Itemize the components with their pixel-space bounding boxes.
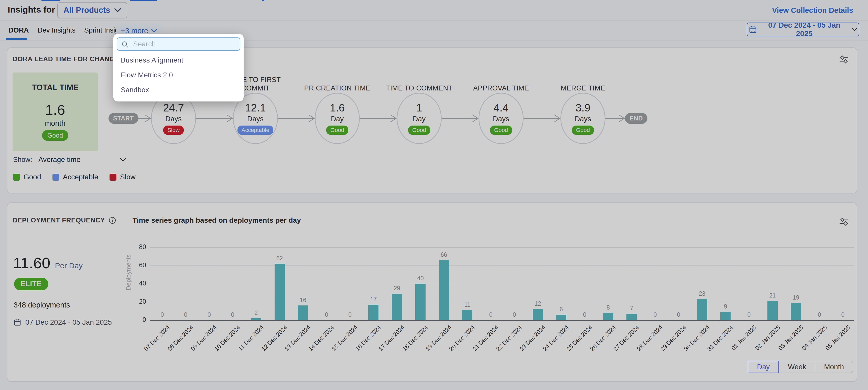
status-legend: Good Acceptable Slow (13, 173, 135, 181)
granularity-option[interactable]: Week (779, 361, 815, 373)
deployment-bar[interactable] (368, 305, 378, 320)
bar-value-label: 0 (316, 311, 337, 318)
lead-time-stage: APPROVAL TIME 4.4 Days Good (478, 67, 524, 144)
insight-tab[interactable]: DORA (8, 26, 29, 34)
deployment-frequency-card: DEPLOYMENT FREQUENCY Time series graph b… (7, 202, 857, 382)
legend-swatch (53, 174, 59, 180)
deployment-bar[interactable] (298, 305, 308, 320)
deployment-bar[interactable] (603, 313, 613, 320)
stage-node[interactable]: 1 Day Good (397, 93, 442, 144)
bar-value-label: 40 (410, 275, 431, 282)
chevron-down-icon (114, 8, 121, 12)
deployment-bar[interactable] (697, 299, 707, 320)
deployment-bar[interactable] (251, 318, 261, 320)
y-tick-label: 40 (126, 280, 146, 287)
deployment-bar[interactable] (791, 303, 801, 320)
flow-end-pill: END (625, 113, 647, 124)
collection-selector-button[interactable]: All Products (57, 2, 127, 19)
deployment-bar[interactable] (626, 314, 637, 320)
stage-unit: Day (331, 115, 344, 123)
bar-value-label: 0 (669, 311, 689, 318)
stage-node[interactable]: 1.6 Day Good (315, 93, 360, 144)
bar-value-label: 12 (528, 300, 548, 307)
gridline (150, 266, 854, 266)
bar-value-label: 2 (246, 310, 267, 316)
chevron-down-icon (120, 158, 126, 162)
collection-selector-label: All Products (63, 6, 110, 15)
insight-tab[interactable]: Dev Insights (38, 26, 76, 34)
deployment-bar[interactable] (439, 260, 449, 320)
gridline (150, 247, 854, 248)
bar-value-label: 66 (434, 251, 454, 258)
bar-value-label: 0 (809, 311, 830, 318)
legend-item: Slow (110, 173, 135, 181)
bar-value-label: 16 (293, 297, 313, 304)
stage-value: 1 (416, 102, 422, 114)
search-icon (121, 41, 129, 49)
page-title: Insights for (8, 5, 55, 15)
deployment-bar[interactable] (533, 309, 543, 320)
granularity-option[interactable]: Month (815, 361, 853, 373)
deployment-bar[interactable] (720, 312, 731, 320)
deployment-bar[interactable] (556, 315, 566, 320)
dropdown-menu-item[interactable]: Business Alignment (117, 53, 240, 68)
legend-label: Slow (120, 173, 135, 181)
x-tick-label: 31 Dec 2024 (693, 324, 735, 365)
show-value: Average time (38, 156, 80, 164)
deployment-bar[interactable] (415, 284, 426, 320)
granularity-toggle: Day Week Month (748, 361, 853, 373)
deployment-bar[interactable] (768, 301, 778, 320)
legend-item: Acceptable (53, 173, 98, 181)
stage-unit: Day (413, 115, 426, 123)
stage-value: 12.1 (245, 102, 266, 114)
deployment-bar[interactable] (275, 264, 285, 320)
dropdown-item-list: Business Alignment Flow Metrics 2.0 Sand… (117, 53, 240, 98)
stage-label: PR CREATION TIME (303, 67, 372, 93)
y-tick-label: 60 (126, 261, 146, 269)
clipped-header-sliver (130, 0, 157, 1)
stage-node[interactable]: 3.9 Days Good (560, 93, 606, 144)
bar-value-label: 0 (575, 311, 595, 318)
legend-swatch (110, 174, 117, 180)
granularity-option[interactable]: Day (748, 361, 779, 373)
dropdown-menu-item[interactable]: Sandbox (117, 83, 240, 98)
stage-status-badge: Good (408, 126, 430, 135)
legend-label: Good (24, 173, 41, 181)
flow-start-pill: START (108, 113, 138, 124)
legend-swatch (13, 174, 20, 180)
bar-value-label: 23 (692, 290, 712, 297)
date-range-picker[interactable]: 07 Dec 2024 - 05 Jan 2025 (747, 23, 859, 36)
clipped-header-sliver (41, 0, 60, 1)
view-collection-details-link[interactable]: View Collection Details (772, 6, 853, 15)
dropdown-search-box (117, 37, 240, 51)
bar-value-label: 0 (645, 311, 665, 318)
stage-node[interactable]: 4.4 Days Good (478, 93, 524, 144)
date-range-label: 07 Dec 2024 - 05 Jan 2025 (761, 21, 847, 38)
lead-time-stage: MERGE TIME 3.9 Days Good (560, 67, 606, 144)
bar-value-label: 8 (598, 304, 619, 311)
deployment-bar[interactable] (462, 310, 472, 320)
x-tick-label: 07 Dec 2024 (130, 324, 172, 365)
stage-label: APPROVAL TIME (466, 67, 535, 93)
dropdown-search-input[interactable] (117, 40, 240, 48)
stage-status-badge: Good (326, 126, 348, 135)
x-axis-line (150, 320, 854, 321)
bar-value-label: 0 (480, 311, 501, 318)
bar-value-label: 0 (739, 311, 759, 318)
lead-time-stage: PR CREATION TIME 1.6 Day Good (315, 67, 360, 144)
dropdown-menu-item[interactable]: Flow Metrics 2.0 (117, 68, 240, 83)
active-tab-indicator (6, 38, 27, 40)
bar-value-label: 0 (152, 311, 173, 318)
stage-value: 4.4 (494, 102, 508, 114)
bar-value-label: 19 (785, 294, 806, 301)
show-selector-row[interactable]: Show: Average time (13, 156, 126, 164)
bar-value-label: 62 (270, 255, 290, 262)
header-divider (0, 21, 868, 21)
stage-label: MERGE TIME (548, 67, 618, 93)
more-tabs-dropdown: Business Alignment Flow Metrics 2.0 Sand… (113, 34, 244, 102)
insights-tab-bar: DORA Dev Insights Sprint Insights (8, 22, 128, 38)
bar-value-label: 17 (363, 296, 383, 303)
bar-value-label: 0 (222, 311, 243, 318)
deployment-bar[interactable] (392, 294, 402, 320)
bar-value-label: 0 (833, 311, 853, 318)
